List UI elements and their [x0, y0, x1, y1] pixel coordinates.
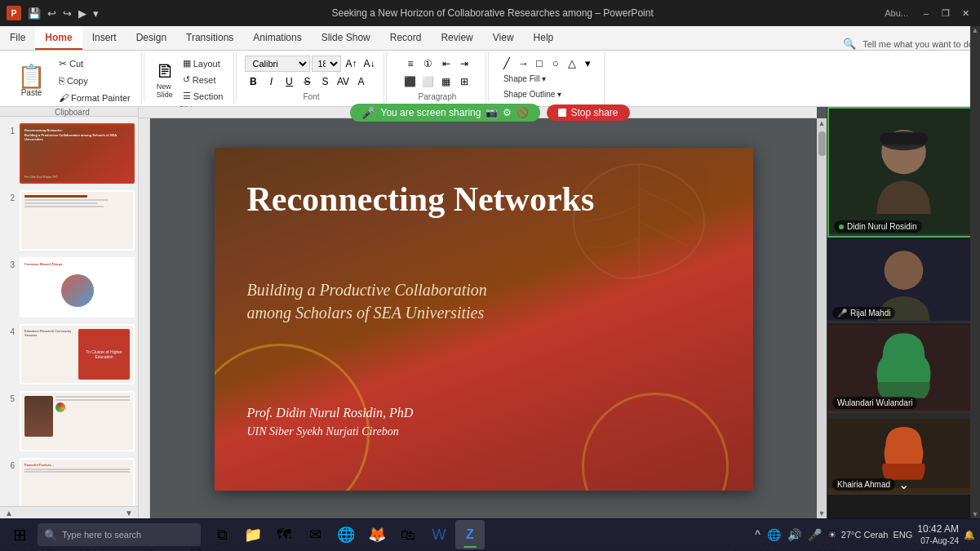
shape-arrow[interactable]: → — [516, 56, 530, 70]
paste-button[interactable]: 📋 Paste — [10, 56, 53, 106]
network-icon[interactable]: 🌐 — [765, 527, 783, 543]
underline-button[interactable]: U — [281, 73, 297, 90]
align-right-button[interactable]: ▦ — [438, 73, 455, 90]
notification-icon[interactable]: 🔔 — [964, 530, 975, 540]
bold-button[interactable]: B — [245, 73, 261, 90]
expand-more-button[interactable]: ⌄ — [898, 477, 909, 492]
tab-slideshow[interactable]: Slide Show — [312, 27, 380, 50]
slide-thumb-4[interactable]: 4 Education Research Community Services … — [3, 324, 135, 384]
word-icon[interactable]: W — [424, 520, 454, 549]
reset-button[interactable]: ↺Reset — [179, 72, 228, 87]
zoom-taskbar-icon[interactable]: Z — [455, 520, 485, 549]
copy-button[interactable]: ⎘Copy — [55, 73, 135, 89]
scroll-down-arrow[interactable]: ▼ — [818, 509, 826, 520]
canvas-area[interactable]: Reconnecting Networks Building a Product… — [150, 118, 817, 519]
scroll-thumb[interactable] — [818, 131, 826, 156]
clock[interactable]: 10:42 AM 07-Aug-24 — [917, 523, 959, 547]
scroll-down-button[interactable]: ▼ — [125, 509, 133, 518]
shape-triangle[interactable]: △ — [565, 56, 579, 70]
svg-point-6 — [885, 251, 924, 290]
present-button[interactable]: ▶ — [77, 6, 88, 21]
right-scrollbar[interactable]: ▲ ▼ — [817, 118, 827, 519]
thumb1-title-text: Reconnecting Networks:Building a Product… — [24, 128, 130, 142]
tab-review[interactable]: Review — [431, 27, 482, 50]
video-scroll-up[interactable]: ▲ — [972, 26, 979, 34]
align-left-button[interactable]: ⬛ — [402, 73, 419, 90]
shape-circle[interactable]: ○ — [548, 56, 563, 70]
restore-button[interactable]: ❐ — [938, 5, 954, 21]
firefox-icon[interactable]: 🦊 — [362, 520, 392, 549]
tab-record[interactable]: Record — [380, 27, 432, 50]
redo-button[interactable]: ↪ — [61, 6, 73, 21]
task-view-icon[interactable]: ⧉ — [207, 520, 237, 549]
tab-home[interactable]: Home — [35, 27, 82, 50]
search-icon: 🔍 — [44, 529, 57, 541]
columns-button[interactable]: ⊞ — [456, 73, 472, 90]
font-size-select[interactable]: 18 — [312, 56, 341, 72]
tab-insert[interactable]: Insert — [82, 27, 126, 50]
mic-tray-icon[interactable]: 🎤 — [806, 527, 823, 543]
scroll-up-button[interactable]: ▲ — [5, 509, 13, 518]
language-indicator[interactable]: ENG — [893, 530, 912, 540]
italic-button[interactable]: I — [263, 73, 279, 90]
tab-design[interactable]: Design — [126, 27, 176, 50]
format-painter-button[interactable]: 🖌Format Painter — [55, 90, 135, 106]
mail-icon[interactable]: ✉ — [300, 520, 330, 549]
weather-text[interactable]: 27°C Cerah — [841, 530, 889, 540]
bullets-button[interactable]: ≡ — [402, 56, 419, 72]
font-color-button[interactable]: A — [353, 73, 369, 90]
slide-thumb-3[interactable]: 3 Common Shared Things — [3, 257, 135, 318]
cut-button[interactable]: ✂Cut — [55, 56, 135, 72]
tab-animations[interactable]: Animations — [243, 27, 311, 50]
stop-share-button[interactable]: Stop share — [547, 104, 629, 121]
shape-fill-button[interactable]: Shape Fill ▾ — [499, 72, 550, 86]
shape-outline-button[interactable]: Shape Outline ▾ — [499, 87, 565, 101]
tab-help[interactable]: Help — [524, 27, 564, 50]
increase-indent-button[interactable]: ⇥ — [456, 56, 472, 72]
tab-transitions[interactable]: Transitions — [176, 27, 243, 50]
maps-icon[interactable]: 🗺 — [269, 520, 299, 549]
slide-thumb-5[interactable]: 5 — [3, 391, 135, 451]
video-panel: Didin Nurul Rosidin 🎤 Rijal Mahdi — [827, 107, 980, 519]
decrease-indent-button[interactable]: ⇤ — [438, 56, 455, 72]
video-scroll-down[interactable]: ▼ — [972, 510, 979, 518]
slide-thumb-2[interactable]: 2 — [3, 190, 135, 251]
layout-button[interactable]: ▦Layout — [179, 56, 228, 71]
edge-icon[interactable]: 🌐 — [331, 520, 361, 549]
font-family-select[interactable]: Calibri — [245, 56, 310, 72]
tab-view[interactable]: View — [483, 27, 524, 50]
tell-me-input[interactable]: Tell me what you want to do — [862, 39, 973, 49]
close-button[interactable]: ✕ — [957, 5, 973, 21]
shadow-button[interactable]: S — [317, 73, 333, 90]
minimize-button[interactable]: – — [918, 5, 934, 21]
char-spacing-button[interactable]: AV — [335, 73, 351, 90]
undo-button[interactable]: ↩ — [46, 6, 58, 21]
decrease-font-button[interactable]: A↓ — [361, 56, 377, 72]
scroll-up-arrow[interactable]: ▲ — [818, 118, 826, 130]
slide-thumb-1[interactable]: 1 Reconnecting Networks:Building a Produ… — [3, 123, 135, 184]
save-button[interactable]: 💾 — [26, 6, 42, 21]
customize-button[interactable]: ▾ — [91, 6, 100, 21]
search-bar[interactable]: 🔍 Type here to search — [38, 523, 201, 546]
volume-icon[interactable]: 🔊 — [786, 527, 803, 543]
shape-line[interactable]: ╱ — [499, 56, 514, 70]
slide-canvas[interactable]: Reconnecting Networks Building a Product… — [215, 148, 753, 491]
file-explorer-icon[interactable]: 📁 — [238, 520, 268, 549]
slide-thumb-6[interactable]: 6 Powerful Factors... — [3, 458, 135, 506]
numbering-button[interactable]: ① — [420, 56, 437, 72]
search-ribbon-icon[interactable]: 🔍 — [843, 38, 856, 50]
new-slide-button[interactable]: 🖹 NewSlide — [153, 60, 177, 100]
shape-more[interactable]: ▾ — [581, 56, 596, 70]
start-button[interactable]: ⊞ — [5, 520, 34, 549]
strikethrough-button[interactable]: S — [299, 73, 315, 90]
clipboard-secondary-buttons: ✂Cut ⎘Copy 🖌Format Painter — [55, 56, 135, 106]
video-scrollbar[interactable]: ▲ ▼ — [970, 26, 980, 518]
store-icon[interactable]: 🛍 — [393, 520, 423, 549]
increase-font-button[interactable]: A↑ — [343, 56, 359, 72]
participant-name-didin: Didin Nurul Rosidin — [834, 220, 922, 233]
shape-rect[interactable]: □ — [532, 56, 547, 70]
align-center-button[interactable]: ⬜ — [420, 73, 437, 90]
tray-arrow-icon[interactable]: ^ — [753, 527, 762, 543]
tab-file[interactable]: File — [0, 27, 35, 50]
slide-panel-scroll[interactable]: 1 Reconnecting Networks:Building a Produ… — [0, 117, 138, 506]
